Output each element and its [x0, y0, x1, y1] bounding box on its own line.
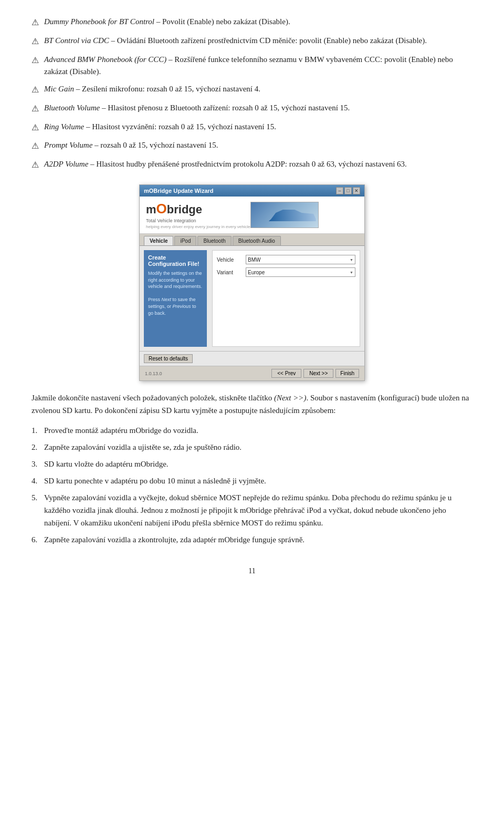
wizard-sidebar-title: Create Configuration File! [148, 254, 203, 267]
list-item: ⚠ Ring Volume – Hlasitost vyzvánění: roz… [32, 121, 472, 135]
step-text: Vypněte zapalování vozidla a vyčkejte, d… [44, 491, 472, 529]
bullet-suffix: – Hlasitost přenosu z Bluetooth zařízení… [100, 104, 350, 112]
bullet-italic: Dummy Phonebook for BT Control [44, 17, 154, 26]
variant-label: Variant [217, 270, 246, 275]
step-text: SD kartu ponechte v adaptéru po dobu 10 … [44, 474, 472, 487]
step-4: 4. SD kartu ponechte v adaptéru po dobu … [32, 474, 472, 487]
bullet-icon: ⚠ [32, 140, 39, 153]
step-text: Zapněte zapalování vozidla a ujistěte se… [44, 441, 472, 453]
wizard-header-image [250, 202, 319, 228]
tab-ipod[interactable]: iPod [174, 236, 196, 245]
logo-area: mObridge Total Vehicle Integration helpi… [146, 201, 250, 229]
wizard-sidebar-desc: Modify the settings on the right accordi… [148, 270, 203, 316]
list-item: ⚠ Dummy Phonebook for BT Control – Povol… [32, 16, 472, 29]
step-number: 6. [32, 533, 44, 546]
wizard-vehicle-field: Vehicle BMW [217, 255, 355, 264]
step-1: 1. Proveďte montáž adaptéru mObridge do … [32, 424, 472, 437]
bullet-suffix: – Hlasitost hudby přenášené prostřednict… [88, 160, 407, 168]
vehicle-label: Vehicle [217, 257, 246, 263]
step-6: 6. Zapněte zapalování vozidla a zkontrol… [32, 533, 472, 546]
wizard-header: mObridge Total Vehicle Integration helpi… [140, 197, 364, 234]
screenshot-container: mOBridge Update Wizard – □ ✕ mObridge To… [32, 184, 472, 381]
content-area: ⚠ Dummy Phonebook for BT Control – Povol… [32, 16, 472, 575]
bullet-italic: Ring Volume [44, 122, 84, 131]
bullet-icon: ⚠ [32, 84, 39, 97]
tab-bluetooth[interactable]: Bluetooth [197, 236, 231, 245]
variant-select[interactable]: Europe [246, 267, 355, 277]
list-item: ⚠ Prompt Volume – rozsah 0 až 15, výchoz… [32, 139, 472, 153]
bullet-text: BT Control via CDC – Ovládání Bluetooth … [44, 35, 472, 47]
bullet-text: Ring Volume – Hlasitost vyzvánění: rozsa… [44, 121, 472, 133]
car-silhouette [269, 204, 316, 225]
step-text: SD kartu vložte do adaptéru mObridge. [44, 458, 472, 470]
step-number: 3. [32, 458, 44, 470]
step-5: 5. Vypněte zapalování vozidla a vyčkejte… [32, 491, 472, 529]
wizard-titlebar-controls: – □ ✕ [336, 187, 360, 194]
page-number: 11 [32, 567, 472, 575]
bullet-text: Prompt Volume – rozsah 0 až 15, výchozí … [44, 139, 472, 151]
list-item: ⚠ A2DP Volume – Hlasitost hudby přenášen… [32, 158, 472, 172]
version-label: 1.0.13.0 [145, 371, 162, 376]
bullet-text: Dummy Phonebook for BT Control – Povolit… [44, 16, 472, 28]
maximize-button[interactable]: □ [344, 187, 352, 194]
next-button[interactable]: Next >> [303, 369, 333, 378]
wizard-main: Vehicle BMW Variant Europe [212, 250, 360, 347]
bullet-suffix: – Ovládání Bluetooth zařízení prostředni… [109, 36, 427, 45]
wizard-window: mOBridge Update Wizard – □ ✕ mObridge To… [139, 184, 365, 381]
logo-o: O [156, 201, 167, 216]
vehicle-value: BMW [248, 257, 260, 263]
bullet-icon: ⚠ [32, 121, 39, 135]
logo-subtext: helping every driver enjoy every journey… [146, 224, 250, 229]
logo-bridge: bridge [167, 203, 202, 216]
step-text: Proveďte montáž adaptéru mObridge do voz… [44, 424, 472, 437]
bullet-text: Mic Gain – Zesílení mikrofonu: rozsah 0 … [44, 83, 472, 95]
bullet-suffix: – Zesílení mikrofonu: rozsah 0 až 15, vý… [74, 85, 260, 93]
bullet-icon: ⚠ [32, 54, 39, 67]
wizard-sidebar: Create Configuration File! Modify the se… [144, 250, 207, 347]
vehicle-select[interactable]: BMW [246, 255, 355, 264]
bullet-icon: ⚠ [32, 102, 39, 116]
wizard-body: Create Configuration File! Modify the se… [140, 246, 364, 351]
ordered-steps-list: 1. Proveďte montáž adaptéru mObridge do … [32, 424, 472, 546]
tab-vehicle[interactable]: Vehicle [144, 236, 173, 245]
bullet-italic: BT Control via CDC [44, 36, 109, 45]
step-number: 5. [32, 491, 44, 504]
mobridge-logo: mObridge [146, 201, 250, 217]
step-2: 2. Zapněte zapalování vozidla a ujistěte… [32, 441, 472, 453]
bullet-suffix: – Povolit (Enable) nebo zakázat (Disable… [154, 17, 290, 26]
bullet-icon: ⚠ [32, 35, 39, 48]
bullet-text: Advanced BMW Phonebook (for CCC) – Rozší… [44, 54, 472, 78]
step-3: 3. SD kartu vložte do adaptéru mObridge. [32, 458, 472, 470]
bullet-italic: A2DP Volume [44, 160, 88, 168]
list-item: ⚠ Bluetooth Volume – Hlasitost přenosu z… [32, 102, 472, 116]
bullet-text: A2DP Volume – Hlasitost hudby přenášené … [44, 158, 472, 170]
bullet-italic: Mic Gain [44, 85, 74, 93]
minimize-button[interactable]: – [336, 187, 343, 194]
list-item: ⚠ BT Control via CDC – Ovládání Bluetoot… [32, 35, 472, 48]
wizard-variant-field: Variant Europe [217, 267, 355, 277]
bullet-icon: ⚠ [32, 16, 39, 29]
bullet-icon: ⚠ [32, 159, 39, 172]
finish-button[interactable]: Finish [335, 369, 359, 378]
wizard-tabs: Vehicle iPod Bluetooth Bluetooth Audio [140, 234, 364, 246]
step-number: 1. [32, 424, 44, 437]
bullet-suffix: – rozsah 0 až 15, výchozí nastavení 15. [92, 141, 218, 149]
wizard-title-text: mOBridge Update Wizard [144, 188, 214, 194]
intro-paragraph: Jakmile dokončíte nastavení všech požado… [32, 391, 472, 417]
list-item: ⚠ Mic Gain – Zesílení mikrofonu: rozsah … [32, 83, 472, 97]
close-button[interactable]: ✕ [353, 187, 360, 194]
reset-defaults-button[interactable]: Reset to defaults [144, 354, 193, 363]
next-button-reference: (Next >>) [274, 394, 306, 402]
wizard-nav-row: 1.0.13.0 << Prev Next >> Finish [140, 366, 364, 380]
bullet-list: ⚠ Dummy Phonebook for BT Control – Povol… [32, 16, 472, 172]
logo-m: m [146, 203, 156, 216]
bullet-italic: Bluetooth Volume [44, 104, 100, 112]
bullet-suffix: – Hlasitost vyzvánění: rozsah 0 až 15, v… [84, 122, 276, 131]
wizard-reset-row: Reset to defaults [140, 351, 364, 366]
bullet-italic: Advanced BMW Phonebook (for CCC) [44, 55, 166, 64]
tab-bluetooth-audio[interactable]: Bluetooth Audio [233, 236, 281, 245]
bullet-text: Bluetooth Volume – Hlasitost přenosu z B… [44, 102, 472, 114]
logo-tagline: Total Vehicle Integration [146, 218, 250, 223]
prev-button[interactable]: << Prev [271, 369, 301, 378]
bullet-italic: Prompt Volume [44, 141, 92, 149]
